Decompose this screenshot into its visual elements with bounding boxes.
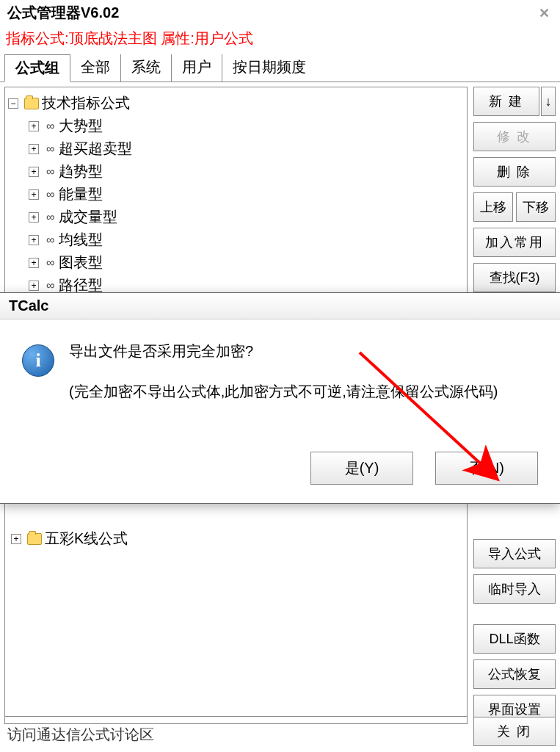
- expand-icon[interactable]: +: [29, 281, 39, 291]
- tab-bar: 公式组 全部 系统 用户 按日期频度: [0, 54, 560, 82]
- dialog-line2: (完全加密不导出公式体,此加密方式不可逆,请注意保留公式源代码): [69, 382, 498, 402]
- link-icon: ∞: [46, 211, 54, 224]
- folder-icon: [27, 533, 42, 545]
- confirm-dialog: TCalc i 导出文件是否采用完全加密? (完全加密不导出公式体,此加密方式不…: [0, 292, 560, 504]
- dll-functions-button[interactable]: DLL函数: [473, 624, 556, 654]
- tree-item-label: 五彩K线公式: [45, 529, 128, 549]
- restore-button[interactable]: 公式恢复: [473, 659, 556, 689]
- tree-item[interactable]: + ∞ 能量型: [8, 183, 464, 206]
- close-icon[interactable]: ✕: [535, 4, 553, 22]
- close-button[interactable]: 关 闭: [473, 717, 556, 746]
- tree-root-label: 技术指标公式: [42, 93, 130, 113]
- tree-item-label: 超买超卖型: [59, 139, 132, 159]
- temp-import-button[interactable]: 临时导入: [473, 574, 556, 604]
- folder-icon: [24, 98, 39, 109]
- tree-item[interactable]: + 五彩K线公式: [8, 527, 464, 550]
- tree-item[interactable]: + ∞ 超买超卖型: [8, 137, 464, 160]
- info-icon: i: [22, 344, 54, 377]
- expand-icon[interactable]: +: [11, 534, 21, 544]
- attr-value: 用户公式: [194, 30, 253, 46]
- collapse-icon[interactable]: −: [8, 98, 18, 109]
- tree-item[interactable]: + ∞ 成交量型: [8, 206, 464, 228]
- tab-user[interactable]: 用户: [172, 54, 222, 82]
- move-down-button[interactable]: 下移: [516, 192, 556, 222]
- attr-label: 属性: [161, 30, 190, 46]
- tree-item[interactable]: + ∞ 均线型: [8, 228, 464, 251]
- tab-group[interactable]: 公式组: [4, 54, 70, 82]
- expand-icon[interactable]: +: [29, 235, 39, 245]
- tree-item-label: 趋势型: [59, 162, 103, 181]
- new-button[interactable]: 新 建: [473, 87, 539, 116]
- window-title: 公式管理器V6.02: [7, 3, 119, 23]
- formula-info: 指标公式:顶底战法主图 属性:用户公式: [0, 26, 560, 54]
- add-favorite-button[interactable]: 加入常用: [473, 228, 556, 257]
- tree-item-label: 大势型: [59, 116, 103, 136]
- link-icon: ∞: [46, 142, 54, 156]
- link-icon: ∞: [46, 165, 54, 178]
- tab-system[interactable]: 系统: [121, 54, 172, 82]
- tree-item-label: 成交量型: [59, 207, 117, 227]
- title-bar: 公式管理器V6.02 ✕: [0, 0, 560, 26]
- tree-item[interactable]: + ∞ 图表型: [8, 251, 464, 274]
- tab-by-date[interactable]: 按日期频度: [222, 54, 316, 82]
- link-icon: ∞: [46, 188, 54, 201]
- tree-item-label: 均线型: [59, 230, 103, 250]
- dialog-title: TCalc: [0, 293, 560, 319]
- dialog-message: 导出文件是否采用完全加密? (完全加密不导出公式体,此加密方式不可逆,请注意保留…: [69, 341, 498, 422]
- formula-tree-continued[interactable]: + 五彩K线公式: [4, 524, 468, 724]
- import-button[interactable]: 导入公式: [473, 539, 556, 568]
- formula-name: 顶底战法主图: [69, 30, 157, 46]
- expand-icon[interactable]: +: [29, 258, 39, 268]
- tree-item-label: 能量型: [59, 184, 103, 204]
- move-up-button[interactable]: 上移: [473, 192, 513, 222]
- edit-button[interactable]: 修 改: [473, 122, 556, 151]
- expand-icon[interactable]: +: [29, 121, 39, 131]
- dialog-line1: 导出文件是否采用完全加密?: [69, 341, 498, 361]
- expand-icon[interactable]: +: [29, 189, 39, 200]
- tree-root[interactable]: − 技术指标公式: [8, 92, 464, 115]
- link-icon: ∞: [46, 234, 54, 247]
- link-icon: ∞: [46, 279, 54, 292]
- find-button[interactable]: 查找(F3): [473, 263, 556, 292]
- delete-button[interactable]: 删 除: [473, 157, 556, 187]
- tab-all[interactable]: 全部: [70, 54, 121, 82]
- forum-link[interactable]: 访问通达信公式讨论区: [7, 725, 154, 745]
- link-icon: ∞: [46, 256, 54, 270]
- yes-button[interactable]: 是(Y): [310, 452, 413, 485]
- tree-item-label: 图表型: [59, 253, 103, 272]
- expand-icon[interactable]: +: [29, 144, 39, 154]
- no-button[interactable]: 否(N): [435, 452, 538, 485]
- tree-item[interactable]: + ∞ 大势型: [8, 115, 464, 137]
- new-dropdown-icon[interactable]: ↓: [541, 87, 556, 116]
- expand-icon[interactable]: +: [29, 167, 39, 177]
- formula-type-label: 指标公式: [6, 30, 65, 46]
- link-icon: ∞: [46, 120, 54, 133]
- tree-item[interactable]: + ∞ 趋势型: [8, 160, 464, 183]
- expand-icon[interactable]: +: [29, 212, 39, 223]
